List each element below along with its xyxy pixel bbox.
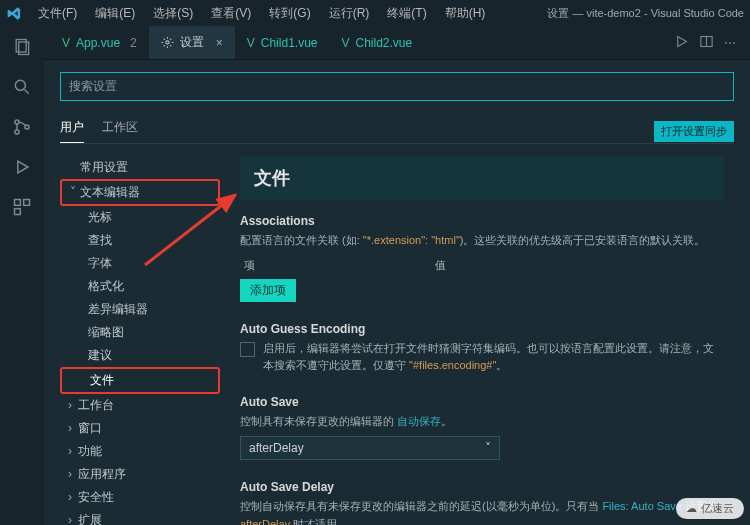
tree-window[interactable]: ›窗口 [60,417,220,440]
tree-application[interactable]: ›应用程序 [60,463,220,486]
menu-run[interactable]: 运行(R) [321,2,378,25]
search-icon[interactable] [11,76,33,98]
explorer-icon[interactable] [11,36,33,58]
cloud-icon: ☁ [686,502,697,515]
tree-workbench[interactable]: ›工作台 [60,394,220,417]
section-title: 文件 [240,156,724,200]
editor-tabs: V App.vue 2 设置 × V Child1.vue V Child2.v… [44,26,750,60]
extensions-icon[interactable] [11,196,33,218]
tree-features[interactable]: ›功能 [60,440,220,463]
tree-text-editor[interactable]: ˅文本编辑器 [60,179,220,206]
svg-rect-9 [24,200,30,206]
chevron-down-icon: ˅ [485,441,491,455]
svg-line-3 [25,90,29,94]
menu-selection[interactable]: 选择(S) [145,2,201,25]
svg-point-5 [15,130,19,134]
tree-extensions[interactable]: ›扩展 [60,509,220,525]
tab-label: Child2.vue [356,36,413,50]
tab-child1-vue[interactable]: V Child1.vue [235,26,330,59]
tab-badge: 2 [130,36,137,50]
watermark: ☁ 亿速云 [676,498,744,519]
chevron-right-icon: › [68,467,78,481]
setting-description: 启用后，编辑器将尝试在打开文件时猜测字符集编码。也可以按语言配置此设置。请注意，… [263,340,724,375]
setting-auto-guess-encoding: Auto Guess Encoding 启用后，编辑器将尝试在打开文件时猜测字符… [240,322,724,375]
setting-associations: Associations 配置语言的文件关联 (如: "*.extension"… [240,214,724,302]
svg-point-4 [15,120,19,124]
link-files-auto-save[interactable]: Files: Auto Save [602,500,682,512]
tab-label: App.vue [76,36,120,50]
setting-description: 控制自动保存具有未保存更改的编辑器之前的延迟(以毫秒为单位)。只有当 Files… [240,498,724,525]
menu-edit[interactable]: 编辑(E) [87,2,143,25]
tree-formatting[interactable]: 格式化 [60,275,220,298]
tab-label: Child1.vue [261,36,318,50]
vue-icon: V [341,36,349,50]
svg-rect-8 [15,200,21,206]
run-icon[interactable] [674,34,689,52]
menu-file[interactable]: 文件(F) [30,2,85,25]
setting-title: Associations [240,214,724,228]
setting-description: 配置语言的文件关联 (如: "*.extension": "html")。这些关… [240,232,724,250]
add-item-button[interactable]: 添加项 [240,279,296,302]
link-auto-save[interactable]: 自动保存 [397,415,441,427]
tab-child2-vue[interactable]: V Child2.vue [329,26,424,59]
settings-tree: 常用设置 ˅文本编辑器 光标 查找 字体 格式化 差异编辑器 缩略图 建议 文件… [60,150,220,525]
assoc-col-val: 值 [435,258,446,273]
chevron-right-icon: › [68,398,78,412]
checkbox[interactable] [240,342,255,357]
svg-marker-7 [18,161,28,173]
svg-rect-10 [15,209,21,215]
tree-font[interactable]: 字体 [60,252,220,275]
tab-app-vue[interactable]: V App.vue 2 [50,26,149,59]
scope-tab-user[interactable]: 用户 [60,119,84,143]
tab-settings[interactable]: 设置 × [149,26,235,59]
run-debug-icon[interactable] [11,156,33,178]
settings-search-input[interactable]: 搜索设置 [60,72,734,101]
more-icon[interactable]: ⋯ [724,36,736,50]
svg-marker-12 [678,36,687,46]
tree-common[interactable]: 常用设置 [60,156,220,179]
chevron-right-icon: › [68,444,78,458]
setting-title: Auto Save [240,395,724,409]
tree-diff-editor[interactable]: 差异编辑器 [60,298,220,321]
svg-point-2 [15,80,25,90]
vue-icon: V [62,36,70,50]
tree-cursor[interactable]: 光标 [60,206,220,229]
source-control-icon[interactable] [11,116,33,138]
menu-terminal[interactable]: 终端(T) [379,2,434,25]
close-icon[interactable]: × [216,36,223,50]
chevron-right-icon: › [68,490,78,504]
gear-icon [161,36,174,49]
setting-description: 控制具有未保存更改的编辑器的 自动保存。 [240,413,724,431]
chevron-right-icon: › [68,421,78,435]
tab-label: 设置 [180,34,204,51]
setting-title: Auto Guess Encoding [240,322,724,336]
tree-suggestions[interactable]: 建议 [60,344,220,367]
vscode-logo-icon [6,5,22,21]
tree-security[interactable]: ›安全性 [60,486,220,509]
activity-bar [0,26,44,525]
split-editor-icon[interactable] [699,34,714,52]
tree-find[interactable]: 查找 [60,229,220,252]
chevron-right-icon: › [68,513,78,525]
auto-save-select[interactable]: afterDelay ˅ [240,436,500,460]
open-settings-sync-button[interactable]: 打开设置同步 [654,121,734,142]
menu-help[interactable]: 帮助(H) [437,2,494,25]
setting-auto-save: Auto Save 控制具有未保存更改的编辑器的 自动保存。 afterDela… [240,395,724,461]
setting-title: Auto Save Delay [240,480,724,494]
window-title: 设置 — vite-demo2 - Visual Studio Code [547,6,744,21]
menubar: 文件(F) 编辑(E) 选择(S) 查看(V) 转到(G) 运行(R) 终端(T… [0,0,750,26]
assoc-col-key: 项 [244,258,255,273]
vue-icon: V [247,36,255,50]
svg-point-6 [25,125,29,129]
tree-minimap[interactable]: 缩略图 [60,321,220,344]
menu-view[interactable]: 查看(V) [203,2,259,25]
tree-files[interactable]: 文件 [60,367,220,394]
setting-auto-save-delay: Auto Save Delay 控制自动保存具有未保存更改的编辑器之前的延迟(以… [240,480,724,525]
settings-details: 文件 Associations 配置语言的文件关联 (如: "*.extensi… [220,150,734,525]
svg-point-11 [166,41,169,44]
menu-go[interactable]: 转到(G) [261,2,318,25]
chevron-down-icon: ˅ [70,185,80,199]
scope-tab-workspace[interactable]: 工作区 [102,119,138,143]
